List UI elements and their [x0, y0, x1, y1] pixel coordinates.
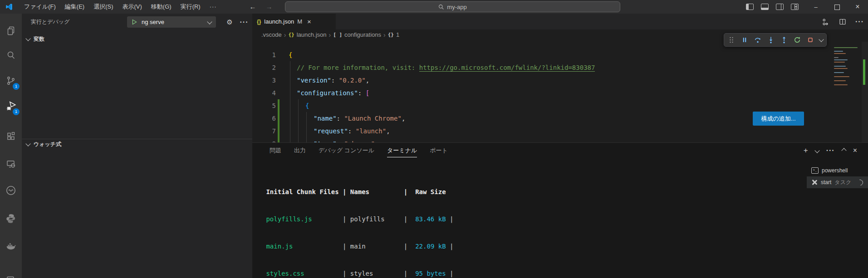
new-terminal-icon[interactable]: +	[804, 146, 808, 155]
text-segment: [	[366, 89, 369, 97]
text-segment: |	[446, 270, 454, 277]
restart-button[interactable]	[793, 36, 801, 44]
line-number: 8	[252, 137, 276, 142]
gear-icon[interactable]: ⚙	[225, 17, 235, 27]
minimap-line	[834, 51, 843, 52]
watch-section-header[interactable]: ウォッチ式	[22, 139, 252, 150]
text-segment: {	[289, 51, 292, 59]
split-editor-icon[interactable]	[839, 18, 846, 25]
explorer-icon[interactable]	[0, 20, 22, 42]
tab-output[interactable]: 出力	[294, 146, 306, 155]
restore-button[interactable]	[826, 0, 847, 14]
line-number: 3	[252, 74, 276, 87]
menu-view[interactable]: 表示(V)	[118, 0, 147, 14]
tab-terminal[interactable]: ターミナル	[387, 146, 417, 157]
breadcrumb-file[interactable]: launch.json	[297, 31, 327, 38]
add-configuration-button[interactable]: 構成の追加...	[753, 112, 804, 126]
code-line[interactable]: 3"version": "0.2.0",	[252, 74, 833, 87]
tab-ports[interactable]: ポート	[430, 146, 448, 155]
breadcrumb-symbol[interactable]: 1	[396, 31, 399, 38]
terminal-item-start-task[interactable]: start タスク	[807, 176, 868, 188]
menu-run[interactable]: 実行(R)	[176, 0, 205, 14]
maximize-panel-icon[interactable]	[841, 148, 846, 153]
chevron-down-icon[interactable]	[819, 37, 824, 42]
menu-edit[interactable]: 編集(E)	[60, 0, 89, 14]
tab-close-icon[interactable]: ×	[307, 18, 311, 25]
code-line[interactable]: 6"name": "Launch Chrome",	[252, 112, 833, 125]
search-view-icon[interactable]	[0, 44, 22, 66]
code-line[interactable]: 5{	[252, 99, 833, 112]
breadcrumb-folder[interactable]: .vscode	[261, 31, 282, 38]
debug-toolbar[interactable]	[724, 33, 827, 47]
back-icon[interactable]: ←	[247, 0, 259, 14]
python-icon[interactable]	[0, 208, 22, 229]
step-out-button[interactable]	[780, 36, 788, 44]
editor-more-actions-icon[interactable]: ···	[855, 18, 864, 26]
terminal-output[interactable]: Initial Chunk Files | Names | Raw Size p…	[262, 169, 473, 278]
menu-go[interactable]: 移動(G)	[147, 0, 176, 14]
code-line[interactable]: 7"request": "launch",	[252, 125, 833, 137]
extensions-icon[interactable]	[0, 125, 22, 147]
panel-more-actions-icon[interactable]: ···	[826, 146, 835, 155]
close-panel-icon[interactable]: ×	[853, 146, 857, 155]
toggle-sidebar-icon[interactable]	[746, 4, 754, 10]
minimize-button[interactable]: –	[805, 0, 826, 14]
step-into-button[interactable]	[767, 36, 775, 44]
tab-label: launch.json	[264, 18, 294, 25]
text-segment: :	[348, 127, 356, 135]
minimap-line	[834, 53, 846, 54]
chevron-right-icon: ›	[383, 31, 386, 39]
bottom-panel: 問題 出力 デバッグ コンソール ターミナル ポート + ··· × Initi…	[252, 142, 868, 278]
close-button[interactable]: ×	[847, 0, 868, 14]
indent-guide	[290, 61, 290, 142]
command-center-search[interactable]: my-app	[285, 1, 620, 12]
remote-explorer-icon[interactable]	[0, 153, 22, 175]
pause-button[interactable]	[740, 36, 749, 44]
menu-selection[interactable]: 選択(S)	[89, 0, 118, 14]
open-changes-icon[interactable]	[822, 18, 830, 26]
breadcrumb-symbol[interactable]: configurations	[344, 31, 381, 38]
minimap[interactable]	[833, 44, 861, 102]
run-debug-icon[interactable]: 1	[0, 95, 22, 117]
text-segment: | main |	[293, 243, 407, 250]
line-number: 2	[252, 61, 276, 74]
code-line[interactable]: 2// For more information, visit: https:/…	[252, 61, 833, 74]
menu-bar: ファイル(F) 編集(E) 選択(S) 表示(V) 移動(G) 実行(R) ··…	[20, 0, 221, 14]
terminal-item-powershell[interactable]: >_ powershell	[807, 165, 868, 176]
menu-overflow-icon[interactable]: ···	[205, 0, 221, 14]
more-actions-icon[interactable]: ···	[239, 17, 249, 27]
toggle-panel-icon[interactable]	[761, 4, 769, 10]
code-line[interactable]: 4"configurations": [	[252, 87, 833, 99]
wave-circle-icon[interactable]	[0, 180, 22, 201]
tab-problems[interactable]: 問題	[270, 146, 281, 155]
vscode-logo-icon	[5, 3, 13, 11]
feedback-icon[interactable]	[0, 268, 22, 278]
code-editor[interactable]: 1{ 2// For more information, visit: http…	[252, 40, 833, 142]
text-segment: | styles |	[304, 270, 408, 277]
tools-icon	[811, 179, 818, 185]
tab-launch-json[interactable]: {} launch.json M ×	[252, 14, 336, 29]
json-file-icon: {}	[257, 19, 261, 25]
toggle-secondary-sidebar-icon[interactable]	[776, 4, 784, 10]
minimap-line	[834, 80, 846, 81]
drag-grip-icon[interactable]	[727, 36, 736, 44]
text-segment: // For more information, visit:	[297, 64, 419, 71]
launch-profile-chevron-icon[interactable]	[814, 148, 819, 153]
code-line[interactable]: 1{	[252, 49, 833, 61]
line-number: 7	[252, 125, 276, 137]
tab-debug-console[interactable]: デバッグ コンソール	[319, 146, 374, 155]
customize-layout-icon[interactable]	[791, 4, 799, 10]
step-over-button[interactable]	[754, 36, 762, 44]
variables-section-header[interactable]: 変数	[22, 34, 252, 44]
source-control-icon[interactable]: 1	[0, 70, 22, 92]
editor-scrollbar[interactable]	[862, 42, 868, 142]
docker-icon[interactable]	[0, 235, 22, 257]
stop-button[interactable]	[806, 36, 814, 44]
code-line[interactable]: 8"type": "chrome",	[252, 137, 833, 142]
menu-file[interactable]: ファイル(F)	[20, 0, 60, 14]
restore-icon	[834, 5, 840, 10]
launch-config-dropdown[interactable]: ng serve	[127, 16, 216, 28]
code-text: "version": "0.2.0",	[289, 74, 369, 87]
start-debug-icon[interactable]	[132, 19, 137, 25]
breadcrumb[interactable]: .vscode › {} launch.json › [ ] configura…	[261, 29, 399, 40]
